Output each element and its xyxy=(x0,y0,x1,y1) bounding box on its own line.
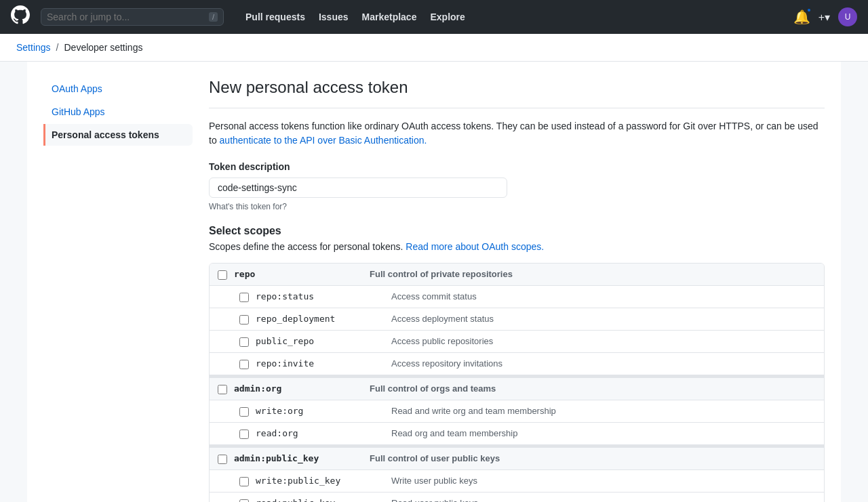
scope-checkbox-repo-invite[interactable] xyxy=(239,360,249,369)
scopes-desc-text: Scopes define the access for personal to… xyxy=(209,241,406,252)
select-scopes-section: Select scopes Scopes define the access f… xyxy=(209,225,825,502)
main-container: OAuth Apps GitHub Apps Personal access t… xyxy=(27,62,841,502)
scope-name-repo-status: repo:status xyxy=(256,291,391,301)
scope-desc-admin-org: Full control of orgs and teams xyxy=(370,383,816,394)
scope-name-write-public-key: write:public_key xyxy=(256,476,391,486)
breadcrumb: Settings / Developer settings xyxy=(0,34,868,62)
scope-checkbox-write-org[interactable] xyxy=(239,407,249,417)
scope-desc-write-org: Read and write org and team membership xyxy=(391,406,816,416)
scope-row-write-public-key: write:public_key Write user public keys xyxy=(210,470,824,493)
scope-name-public-repo: public_repo xyxy=(256,336,391,346)
scope-name-repo-deployment: repo_deployment xyxy=(256,314,391,324)
scope-name-read-org: read:org xyxy=(256,428,391,438)
scope-row-read-org: read:org Read org and team membership xyxy=(210,423,824,445)
topnav-link-explore[interactable]: Explore xyxy=(425,6,470,28)
scope-row-admin-org-parent: admin:org Full control of orgs and teams xyxy=(210,378,824,400)
token-description-group: Token description What's this token for? xyxy=(209,161,825,211)
scope-checkbox-repo-deployment[interactable] xyxy=(239,315,249,325)
topnav-link-issues[interactable]: Issues xyxy=(313,6,354,28)
scope-desc-read-public-key: Read user public keys xyxy=(391,498,816,502)
github-logo-icon[interactable] xyxy=(11,5,30,28)
slash-badge: / xyxy=(209,12,218,22)
scope-row-public-repo: public_repo Access public repositories xyxy=(210,331,824,353)
scopes-link[interactable]: Read more about OAuth scopes. xyxy=(406,241,544,252)
scope-name-repo-invite: repo:invite xyxy=(256,358,391,369)
sidebar: OAuth Apps GitHub Apps Personal access t… xyxy=(43,78,193,502)
scope-name-read-public-key: read:public_key xyxy=(256,498,391,502)
sidebar-item-personal-access-tokens[interactable]: Personal access tokens xyxy=(43,124,193,146)
content-area: New personal access token Personal acces… xyxy=(209,78,825,502)
notification-dot xyxy=(806,7,812,13)
new-menu-button[interactable]: +▾ xyxy=(818,11,830,24)
scope-desc-read-org: Read org and team membership xyxy=(391,428,816,438)
breadcrumb-separator: / xyxy=(56,42,59,53)
topnav-link-pull-requests[interactable]: Pull requests xyxy=(240,6,311,28)
topnav-right: 🔔 +▾ U xyxy=(793,7,857,26)
scope-checkbox-admin-public-key[interactable] xyxy=(218,455,227,464)
search-box[interactable]: / xyxy=(41,8,224,26)
scope-row-repo-deployment: repo_deployment Access deployment status xyxy=(210,308,824,331)
breadcrumb-settings-link[interactable]: Settings xyxy=(16,42,51,53)
token-hint: What's this token for? xyxy=(209,202,825,211)
description-text: Personal access tokens function like ord… xyxy=(209,119,825,148)
scope-desc-repo: Full control of private repositories xyxy=(370,269,816,279)
scopes-desc: Scopes define the access for personal to… xyxy=(209,241,825,252)
scope-row-admin-public-key-parent: admin:public_key Full control of user pu… xyxy=(210,448,824,470)
page-title: New personal access token xyxy=(209,78,825,108)
token-description-input[interactable] xyxy=(209,177,507,198)
topnav-link-marketplace[interactable]: Marketplace xyxy=(357,6,422,28)
scope-checkbox-public-repo[interactable] xyxy=(239,337,249,347)
scopes-table: repo Full control of private repositorie… xyxy=(209,263,825,502)
token-description-label: Token description xyxy=(209,161,825,172)
scope-name-write-org: write:org xyxy=(256,406,391,416)
sidebar-item-github-apps[interactable]: GitHub Apps xyxy=(43,101,193,123)
scope-row-repo-invite: repo:invite Access repository invitation… xyxy=(210,353,824,375)
scope-desc-write-public-key: Write user public keys xyxy=(391,476,816,486)
scope-desc-repo-invite: Access repository invitations xyxy=(391,358,816,369)
scope-row-repo-status: repo:status Access commit status xyxy=(210,286,824,308)
scope-row-repo-parent: repo Full control of private repositorie… xyxy=(210,264,824,286)
scope-checkbox-repo-status[interactable] xyxy=(239,293,249,302)
notifications-icon[interactable]: 🔔 xyxy=(793,9,810,25)
scope-checkbox-write-public-key[interactable] xyxy=(239,477,249,486)
scope-name-admin-public-key: admin:public_key xyxy=(234,453,370,463)
scope-row-read-public-key: read:public_key Read user public keys xyxy=(210,493,824,502)
scope-row-write-org: write:org Read and write org and team me… xyxy=(210,400,824,423)
scope-desc-public-repo: Access public repositories xyxy=(391,336,816,346)
scope-desc-admin-public-key: Full control of user public keys xyxy=(370,453,816,463)
sidebar-item-oauth-apps[interactable]: OAuth Apps xyxy=(43,78,193,100)
scope-checkbox-repo[interactable] xyxy=(218,270,227,280)
topnav: / Pull requests Issues Marketplace Explo… xyxy=(0,0,868,34)
description-link[interactable]: authenticate to the API over Basic Authe… xyxy=(220,135,427,146)
avatar[interactable]: U xyxy=(838,7,857,26)
scope-desc-repo-status: Access commit status xyxy=(391,291,816,301)
topnav-links: Pull requests Issues Marketplace Explore xyxy=(240,6,471,28)
scopes-title: Select scopes xyxy=(209,225,825,237)
scope-name-repo: repo xyxy=(234,269,370,279)
scope-checkbox-read-public-key[interactable] xyxy=(239,499,249,502)
scope-name-admin-org: admin:org xyxy=(234,383,370,394)
scope-desc-repo-deployment: Access deployment status xyxy=(391,314,816,324)
search-input[interactable] xyxy=(47,12,203,22)
breadcrumb-current: Developer settings xyxy=(64,42,142,53)
scope-checkbox-read-org[interactable] xyxy=(239,430,249,439)
scope-checkbox-admin-org[interactable] xyxy=(218,385,227,394)
